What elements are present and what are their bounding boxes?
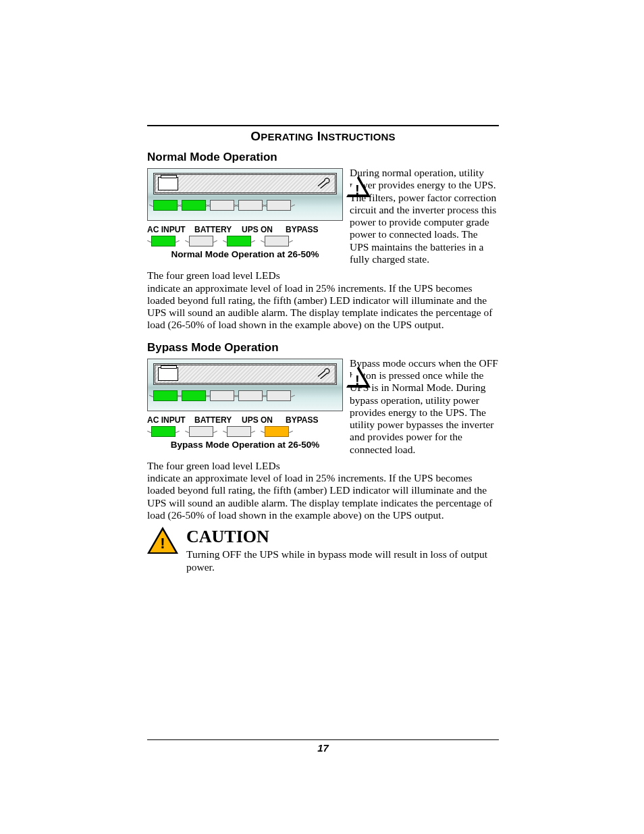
load-led bbox=[267, 390, 291, 401]
load-led bbox=[182, 200, 206, 211]
status-label: UPS ON bbox=[242, 415, 286, 425]
status-led-row bbox=[147, 236, 343, 246]
caution-block: ! CAUTION Turning OFF the UPS while in b… bbox=[147, 527, 499, 573]
figure-caption-normal: Normal Mode Operation at 26-50% bbox=[147, 249, 343, 259]
footer-rule bbox=[147, 739, 499, 740]
caution-text: Turning OFF the UPS while in bypass mode… bbox=[186, 548, 499, 573]
status-label: BYPASS bbox=[286, 415, 326, 425]
load-led bbox=[210, 390, 234, 401]
status-label: AC INPUT bbox=[147, 225, 194, 234]
heading-bypass: Bypass Mode Operation bbox=[147, 341, 499, 355]
page-title-small1: PERATING bbox=[261, 131, 313, 142]
page-number: 17 bbox=[317, 742, 329, 754]
figure-bypass: ! AC INPUT BATTERY bbox=[147, 359, 343, 450]
status-led-row bbox=[147, 426, 343, 437]
bypass-after-text: indicate an approximate level of load in… bbox=[147, 472, 499, 521]
wrench-icon bbox=[316, 368, 331, 379]
load-led bbox=[182, 390, 206, 401]
caution-icon: ! bbox=[147, 527, 178, 554]
normal-after-text: indicate an approximate level of load in… bbox=[147, 282, 499, 332]
normal-block: ! AC INPUT BATTERY bbox=[147, 167, 499, 282]
status-led bbox=[189, 236, 213, 246]
figure-normal: ! AC INPUT BATTERY bbox=[147, 168, 343, 259]
ups-panel-bypass: ! bbox=[147, 359, 343, 411]
figure-caption-bypass: Bypass Mode Operation at 26-50% bbox=[147, 440, 343, 450]
wrench-icon bbox=[316, 178, 331, 188]
status-label: BATTERY bbox=[194, 415, 242, 425]
caution-title: CAUTION bbox=[186, 527, 499, 547]
page: OPERATING INSTRUCTIONS Normal Mode Opera… bbox=[0, 0, 644, 834]
page-footer: 17 bbox=[147, 739, 499, 754]
status-label: UPS ON bbox=[242, 225, 286, 234]
load-led bbox=[267, 200, 291, 211]
status-led bbox=[227, 236, 251, 246]
status-block-normal: AC INPUT BATTERY UPS ON BYPASS Normal Mo… bbox=[147, 225, 343, 259]
bypass-block: ! AC INPUT BATTERY bbox=[147, 357, 499, 473]
load-led bbox=[238, 390, 263, 401]
load-led bbox=[153, 200, 178, 211]
top-rule bbox=[147, 125, 499, 126]
page-title-small2: NSTRUCTIONS bbox=[321, 131, 396, 142]
status-led bbox=[265, 426, 289, 437]
status-label: BYPASS bbox=[286, 225, 326, 234]
load-led-row-normal bbox=[153, 200, 337, 211]
status-led bbox=[189, 426, 213, 437]
load-led bbox=[153, 390, 178, 401]
load-led bbox=[210, 200, 234, 211]
warning-icon: ! bbox=[346, 176, 371, 197]
status-block-bypass: AC INPUT BATTERY UPS ON BYPASS Bypass Mo… bbox=[147, 415, 343, 450]
heading-normal: Normal Mode Operation bbox=[147, 151, 499, 164]
page-title: OPERATING INSTRUCTIONS bbox=[147, 129, 499, 144]
normal-leadin: The four green load level LEDs bbox=[147, 269, 499, 282]
status-label: AC INPUT bbox=[147, 415, 194, 425]
battery-icon bbox=[158, 367, 178, 381]
status-led bbox=[265, 236, 289, 246]
ups-panel-normal: ! bbox=[147, 168, 343, 221]
page-title-cap1: O bbox=[250, 129, 261, 143]
ups-core-icon bbox=[153, 363, 337, 385]
ups-core-icon bbox=[153, 173, 337, 194]
status-labels: AC INPUT BATTERY UPS ON BYPASS bbox=[147, 415, 343, 425]
caution-text-block: CAUTION Turning OFF the UPS while in byp… bbox=[186, 527, 499, 573]
status-label: BATTERY bbox=[194, 225, 242, 234]
load-led bbox=[238, 200, 263, 211]
status-led bbox=[227, 426, 251, 437]
warning-icon: ! bbox=[346, 366, 371, 388]
battery-icon bbox=[158, 177, 178, 190]
status-led bbox=[151, 236, 176, 246]
bypass-leadin: The four green load level LEDs bbox=[147, 460, 499, 472]
status-led bbox=[151, 426, 176, 437]
status-labels: AC INPUT BATTERY UPS ON BYPASS bbox=[147, 225, 343, 234]
load-led-row-bypass bbox=[153, 390, 337, 401]
